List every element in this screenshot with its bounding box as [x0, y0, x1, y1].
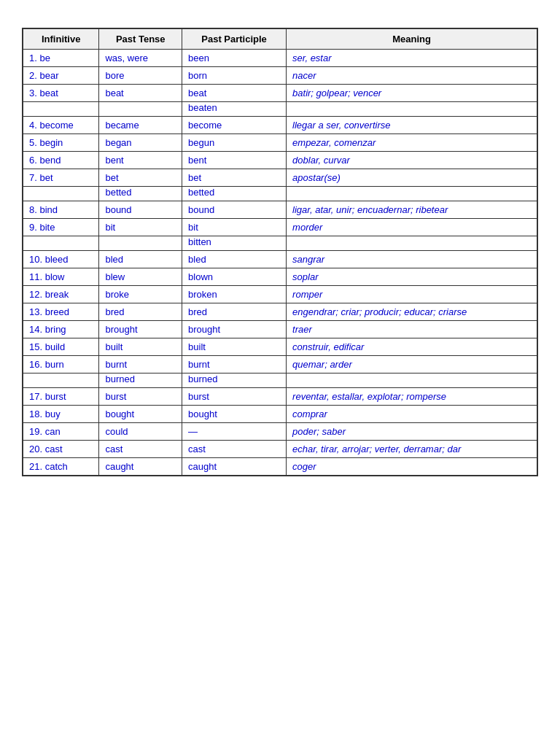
cell-past-tense: bled [99, 251, 182, 268]
cell-meaning: construir, edificar [287, 338, 537, 356]
cell-meaning: soplar [287, 268, 537, 286]
cell-infinitive-empty [23, 236, 99, 251]
cell-infinitive: 18. buy [23, 406, 99, 423]
cell-infinitive: 16. burn [23, 356, 99, 374]
cell-meaning: quemar; arder [287, 356, 537, 374]
table-row: 21. catchcaughtcaughtcoger [23, 458, 537, 476]
cell-past-tense: built [99, 338, 182, 356]
cell-past-tense: blew [99, 268, 182, 286]
cell-past-participle: cast [182, 441, 287, 458]
table-row: 18. buyboughtboughtcomprar [23, 406, 537, 423]
cell-past-participle: bent [182, 152, 287, 169]
cell-infinitive: 2. bear [23, 67, 99, 85]
cell-infinitive: 5. begin [23, 134, 99, 152]
cell-past-participle: bled [182, 251, 287, 268]
cell-infinitive: 19. can [23, 423, 99, 441]
cell-past-tense: cast [99, 441, 182, 458]
cell-meaning: poder; saber [287, 423, 537, 441]
table-row: 10. bleedbledbledsangrar [23, 251, 537, 268]
cell-past-participle: — [182, 423, 287, 441]
cell-past-participle: brought [182, 321, 287, 338]
cell-past-tense: bought [99, 406, 182, 423]
cell-meaning: romper [287, 286, 537, 303]
cell-past-tense: burst [99, 388, 182, 406]
table-row: 4. becomebecamebecomellegar a ser, conve… [23, 117, 537, 134]
cell-infinitive: 14. bring [23, 321, 99, 338]
table-row: 9. bitebitbitmorder [23, 219, 537, 236]
cell-meaning: echar, tirar, arrojar; verter, derramar;… [287, 441, 537, 458]
cell-infinitive: 8. bind [23, 201, 99, 219]
cell-past-participle: built [182, 338, 287, 356]
table-row: 1. bewas, werebeenser, estar [23, 50, 537, 67]
cell-meaning: traer [287, 321, 537, 338]
cell-past-tense: brought [99, 321, 182, 338]
cell-past-tense: caught [99, 458, 182, 476]
cell-past-participle: bound [182, 201, 287, 219]
table-row: 14. bringbroughtbroughttraer [23, 321, 537, 338]
cell-past-participle: bit [182, 219, 287, 236]
cell-past-tense: began [99, 134, 182, 152]
cell-meaning-empty [287, 236, 537, 251]
cell-meaning: batir; golpear; vencer [287, 85, 537, 102]
table-header-row: InfinitivePast TensePast ParticipleMeani… [23, 28, 537, 50]
table-row: 20. castcastcastechar, tirar, arrojar; v… [23, 441, 537, 458]
column-header: Past Participle [182, 28, 287, 50]
table-row-extra: beaten [23, 102, 537, 117]
cell-past-participle: blown [182, 268, 287, 286]
table-row-extra: burnedburned [23, 374, 537, 388]
cell-participle-extra: bitten [182, 236, 287, 251]
cell-infinitive: 17. burst [23, 388, 99, 406]
cell-past-participle: beat [182, 85, 287, 102]
cell-infinitive-empty [23, 374, 99, 388]
cell-infinitive-empty [23, 187, 99, 201]
cell-past-tense: could [99, 423, 182, 441]
cell-past-tense: burnt [99, 356, 182, 374]
table-row: 8. bindboundboundligar, atar, unir; encu… [23, 201, 537, 219]
cell-meaning: morder [287, 219, 537, 236]
cell-past-tense: bet [99, 169, 182, 187]
cell-infinitive: 13. breed [23, 303, 99, 321]
cell-infinitive: 9. bite [23, 219, 99, 236]
cell-past-participle: bought [182, 406, 287, 423]
cell-meaning: nacer [287, 67, 537, 85]
cell-meaning: empezar, comenzar [287, 134, 537, 152]
cell-past-tense: bore [99, 67, 182, 85]
cell-infinitive: 4. become [23, 117, 99, 134]
table-row: 12. breakbrokebrokenromper [23, 286, 537, 303]
cell-meaning-empty [287, 187, 537, 201]
cell-meaning: engendrar; criar; producir; educar; cria… [287, 303, 537, 321]
cell-meaning: ser, estar [287, 50, 537, 67]
cell-past-participle: burst [182, 388, 287, 406]
cell-past-extra [99, 102, 182, 117]
table-row: 16. burnburntburntquemar; arder [23, 356, 537, 374]
cell-past-participle: been [182, 50, 287, 67]
cell-past-participle: bred [182, 303, 287, 321]
table-row: 5. beginbeganbegunempezar, comenzar [23, 134, 537, 152]
cell-past-tense: bred [99, 303, 182, 321]
cell-past-participle: broken [182, 286, 287, 303]
cell-infinitive: 3. beat [23, 85, 99, 102]
table-row: 7. betbetbetapostar(se) [23, 169, 537, 187]
cell-past-participle: caught [182, 458, 287, 476]
cell-participle-extra: betted [182, 187, 287, 201]
cell-infinitive: 1. be [23, 50, 99, 67]
verbs-table: InfinitivePast TensePast ParticipleMeani… [22, 28, 538, 476]
cell-infinitive: 11. blow [23, 268, 99, 286]
cell-participle-extra: beaten [182, 102, 287, 117]
cell-meaning-empty [287, 102, 537, 117]
cell-infinitive: 21. catch [23, 458, 99, 476]
table-row-extra: bitten [23, 236, 537, 251]
cell-infinitive: 10. bleed [23, 251, 99, 268]
cell-infinitive-empty [23, 102, 99, 117]
cell-past-tense: broke [99, 286, 182, 303]
column-header: Infinitive [23, 28, 99, 50]
cell-meaning: ligar, atar, unir; encuadernar; ribetear [287, 201, 537, 219]
cell-infinitive: 15. build [23, 338, 99, 356]
cell-infinitive: 12. break [23, 286, 99, 303]
cell-meaning: reventar, estallar, explotar; romperse [287, 388, 537, 406]
cell-past-tense: beat [99, 85, 182, 102]
cell-past-extra [99, 236, 182, 251]
column-header: Past Tense [99, 28, 182, 50]
cell-past-extra: burned [99, 374, 182, 388]
table-row: 13. breedbredbredengendrar; criar; produ… [23, 303, 537, 321]
